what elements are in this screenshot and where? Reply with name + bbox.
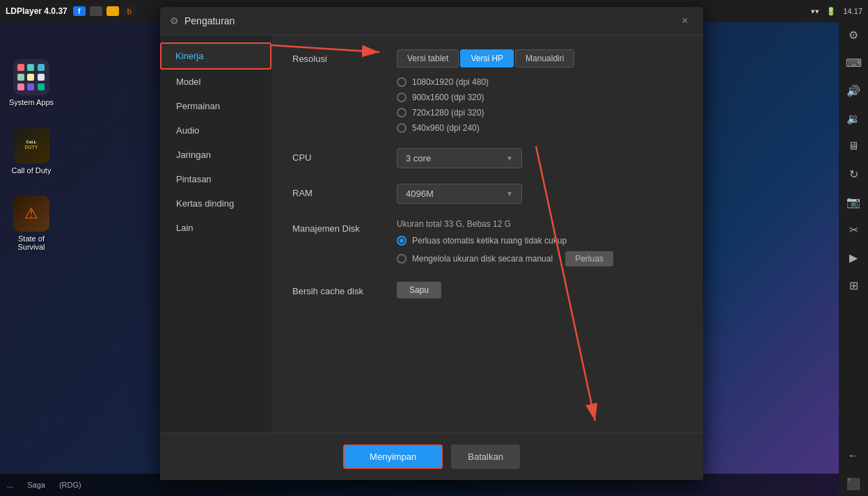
resolution-label: Resolusi bbox=[292, 49, 397, 64]
cod-img: CaLL DUTY bbox=[13, 127, 49, 163]
resolution-radio-group: 1080x1920 (dpi 480) 900x1600 (dpi 320) 7… bbox=[397, 77, 682, 133]
right-sidebar: ⚙ ⌨ 🔊 🔉 🖥 ↻ 📷 ✂ ▶ ⊞ ← ⬛ bbox=[839, 0, 868, 496]
sos-label: State of Survival bbox=[7, 234, 56, 251]
cache-row: Bersih cache disk Sapu bbox=[292, 282, 682, 298]
radio-720 bbox=[397, 108, 407, 118]
tab-versi-tablet[interactable]: Versi tablet bbox=[397, 49, 459, 67]
disk-option-manual[interactable]: Mengelola ukuran disk secara manual bbox=[397, 254, 553, 264]
bottom-task-1[interactable]: ... bbox=[7, 481, 13, 489]
settings-content: Resolusi Versi tablet Versi HP Manualdir… bbox=[271, 35, 703, 433]
ram-dropdown[interactable]: 4096M ▼ bbox=[397, 184, 522, 204]
resolution-option-3[interactable]: 720x1280 (dpi 320) bbox=[397, 108, 682, 118]
cache-label: Bersih cache disk bbox=[292, 282, 397, 296]
radio-auto bbox=[397, 236, 407, 246]
battery-icon: 🔋 bbox=[826, 7, 836, 16]
resolution-row: Resolusi Versi tablet Versi HP Manualdir… bbox=[292, 49, 682, 133]
ram-label: RAM bbox=[292, 184, 397, 198]
ram-dropdown-arrow: ▼ bbox=[506, 190, 513, 198]
keyboard-icon[interactable]: ⌨ bbox=[841, 50, 866, 75]
resolution-option-1[interactable]: 1080x1920 (dpi 480) bbox=[397, 77, 682, 87]
home-icon[interactable]: ⬛ bbox=[841, 471, 866, 496]
settings-icon[interactable]: ⚙ bbox=[841, 22, 866, 47]
desktop: LDPlayer 4.0.37 f b ▾▾ 🔋 14.17 ⚙ ⌨ 🔊 🔉 🖥… bbox=[0, 0, 868, 496]
tab-manualdiri[interactable]: Manualdiri bbox=[515, 49, 574, 67]
resolution-tabs: Versi tablet Versi HP Manualdiri bbox=[397, 49, 682, 67]
radio-manual bbox=[397, 254, 407, 264]
nav-permainan[interactable]: Permainan bbox=[160, 94, 271, 118]
cod-label: Call of Duty bbox=[12, 166, 52, 175]
disk-info: Ukuran total 33 G, Bebas 12 G bbox=[397, 219, 682, 229]
fb-icon[interactable]: f bbox=[73, 6, 86, 16]
ram-control: 4096M ▼ bbox=[397, 184, 682, 204]
disk-label: Manajemen Disk bbox=[292, 219, 397, 234]
window-titlebar: ⚙ Pengaturan × bbox=[160, 7, 703, 35]
nav-pintasan[interactable]: Pintasan bbox=[160, 167, 271, 191]
icon3[interactable] bbox=[106, 6, 119, 16]
window-footer: Menyimpan Batalkan bbox=[160, 433, 703, 480]
radio-540 bbox=[397, 123, 407, 133]
disk-option-auto[interactable]: Perluas otomatis ketika ruang tidak cuku… bbox=[397, 236, 682, 246]
system-apps-img bbox=[13, 59, 49, 95]
resolution-option-4[interactable]: 540x960 (dpi 240) bbox=[397, 123, 682, 133]
call-of-duty-icon[interactable]: CaLL DUTY Call of Duty bbox=[7, 127, 56, 175]
scissors-icon[interactable]: ✂ bbox=[841, 217, 866, 242]
app-title: LDPlayer 4.0.37 bbox=[6, 6, 68, 16]
display-icon[interactable]: 🖥 bbox=[841, 134, 866, 159]
window-close-button[interactable]: × bbox=[677, 13, 693, 29]
disk-row: Manajemen Disk Ukuran total 33 G, Bebas … bbox=[292, 219, 682, 266]
nav-audio[interactable]: Audio bbox=[160, 118, 271, 143]
radio-900 bbox=[397, 93, 407, 102]
disk-option-manual-row: Mengelola ukuran disk secara manual Perl… bbox=[397, 251, 682, 266]
window-title: Pengaturan bbox=[184, 15, 235, 26]
cpu-row: CPU 3 core ▼ bbox=[292, 148, 682, 168]
settings-nav: Kinerja Model Permainan Audio Jaringan P… bbox=[160, 35, 271, 433]
resolution-option-2[interactable]: 900x1600 (dpi 320) bbox=[397, 93, 682, 102]
back-icon[interactable]: ← bbox=[841, 443, 866, 468]
volume-down-icon[interactable]: 🔉 bbox=[841, 106, 866, 131]
sapu-button[interactable]: Sapu bbox=[397, 282, 441, 298]
volume-up-icon[interactable]: 🔊 bbox=[841, 78, 866, 103]
screenshot-icon[interactable]: 📷 bbox=[841, 189, 866, 214]
grid-icon[interactable]: ⊞ bbox=[841, 273, 866, 298]
nav-kertas-dinding[interactable]: Kertas dinding bbox=[160, 191, 271, 216]
tab-versi-hp[interactable]: Versi HP bbox=[460, 49, 514, 67]
radio-1080 bbox=[397, 77, 407, 87]
ram-row: RAM 4096M ▼ bbox=[292, 184, 682, 204]
disk-radio-group: Perluas otomatis ketika ruang tidak cuku… bbox=[397, 236, 682, 266]
cpu-control: 3 core ▼ bbox=[397, 148, 682, 168]
settings-gear-icon: ⚙ bbox=[170, 15, 179, 26]
sos-img: ⚠ bbox=[13, 195, 49, 232]
play-icon[interactable]: ▶ bbox=[841, 245, 866, 270]
settings-window: ⚙ Pengaturan × Kinerja Model Permainan A… bbox=[160, 7, 703, 480]
perluas-button[interactable]: Perluas bbox=[565, 251, 613, 266]
system-apps-label: System Apps bbox=[9, 98, 54, 106]
icon4[interactable]: b bbox=[123, 6, 136, 16]
taskbar-icons: f b bbox=[73, 6, 136, 16]
icon2[interactable] bbox=[90, 6, 102, 16]
nav-model[interactable]: Model bbox=[160, 70, 271, 94]
cpu-dropdown[interactable]: 3 core ▼ bbox=[397, 148, 522, 168]
clock: 14.17 bbox=[843, 7, 862, 15]
window-body: Kinerja Model Permainan Audio Jaringan P… bbox=[160, 35, 703, 433]
wifi-icon: ▾▾ bbox=[811, 7, 819, 16]
save-button[interactable]: Menyimpan bbox=[343, 445, 443, 469]
cpu-label: CPU bbox=[292, 148, 397, 163]
cache-control: Sapu bbox=[397, 282, 682, 298]
disk-control: Ukuran total 33 G, Bebas 12 G Perluas ot… bbox=[397, 219, 682, 266]
nav-lain[interactable]: Lain bbox=[160, 216, 271, 240]
rotate-icon[interactable]: ↻ bbox=[841, 161, 866, 186]
nav-jaringan[interactable]: Jaringan bbox=[160, 143, 271, 167]
bottom-task-2[interactable]: Saga bbox=[27, 481, 45, 489]
desktop-icons: System Apps CaLL DUTY Call of Duty ⚠ Sta… bbox=[7, 28, 56, 251]
resolution-control: Versi tablet Versi HP Manualdiri 1080x19… bbox=[397, 49, 682, 133]
cancel-button[interactable]: Batalkan bbox=[451, 445, 520, 469]
nav-kinerja[interactable]: Kinerja bbox=[160, 42, 271, 70]
bottom-task-3[interactable]: (RDG) bbox=[59, 481, 81, 489]
system-apps-icon[interactable]: System Apps bbox=[7, 59, 56, 106]
state-of-survival-icon[interactable]: ⚠ State of Survival bbox=[7, 195, 56, 251]
taskbar-right: ▾▾ 🔋 14.17 bbox=[811, 7, 862, 16]
cpu-dropdown-arrow: ▼ bbox=[506, 154, 513, 162]
